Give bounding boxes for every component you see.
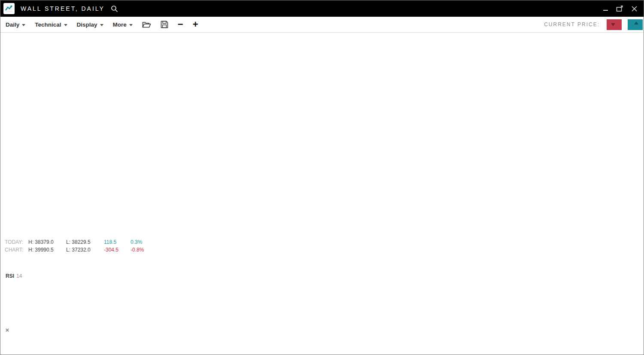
navigator-close-icon[interactable]: ×	[4, 327, 11, 334]
chart-navigator[interactable]	[0, 0, 644, 355]
trading-platform-window: WALL STREET, DAILY	[0, 0, 644, 355]
